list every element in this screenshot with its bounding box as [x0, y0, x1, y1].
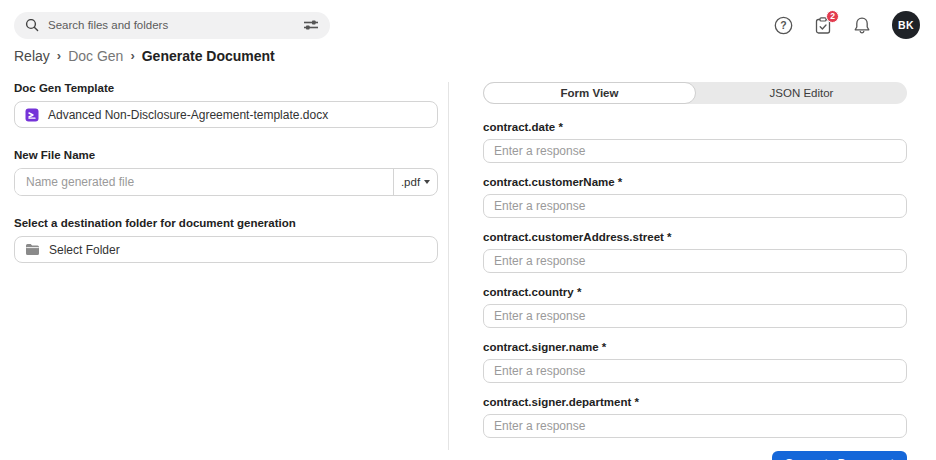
input-contract-signer-name[interactable] — [483, 359, 907, 383]
chevron-right-icon: › — [57, 48, 61, 63]
field-label-contract-date: contract.date * — [483, 121, 921, 133]
breadcrumb-doc-gen[interactable]: Doc Gen — [68, 48, 123, 64]
docx-file-icon — [25, 108, 39, 122]
generate-document-button[interactable]: Generate Document — [772, 451, 907, 460]
template-file-name: Advanced Non-Disclosure-Agreement-templa… — [48, 108, 328, 122]
input-contract-date[interactable] — [483, 139, 907, 163]
folder-label: Select a destination folder for document… — [14, 217, 438, 229]
search-filters-icon[interactable] — [303, 18, 319, 32]
field-label-contract-signer-department: contract.signer.department * — [483, 396, 921, 408]
form-field: contract.signer.department * — [483, 396, 921, 438]
help-icon: ? — [774, 16, 793, 35]
folder-select-text: Select Folder — [49, 243, 120, 257]
breadcrumb-generate-document: Generate Document — [142, 48, 275, 64]
chevron-right-icon: › — [130, 48, 134, 63]
right-panel: Form View JSON Editor contract.date * co… — [449, 80, 936, 460]
page: ? 2 BK Relay › Doc Gen › Generate Docume… — [0, 0, 936, 460]
left-panel: Doc Gen Template Advanced Non-Disclosure… — [0, 80, 448, 460]
input-contract-country[interactable] — [483, 304, 907, 328]
template-label: Doc Gen Template — [14, 82, 438, 94]
tasks-button[interactable]: 2 — [814, 16, 832, 35]
main-content: Doc Gen Template Advanced Non-Disclosure… — [0, 80, 936, 460]
view-toggle: Form View JSON Editor — [483, 82, 907, 104]
search-icon — [25, 18, 39, 32]
help-button[interactable]: ? — [774, 16, 793, 35]
field-label-contract-customername: contract.customerName * — [483, 176, 921, 188]
template-file-box[interactable]: Advanced Non-Disclosure-Agreement-templa… — [14, 101, 438, 128]
button-row: Generate Document — [483, 451, 907, 460]
field-label-contract-country: contract.country * — [483, 286, 921, 298]
extension-value: .pdf — [401, 176, 420, 188]
tab-json-editor[interactable]: JSON Editor — [696, 82, 907, 104]
notifications-button[interactable] — [853, 16, 871, 35]
filename-group: New File Name .pdf — [14, 149, 438, 196]
svg-text:?: ? — [780, 19, 786, 31]
search-bar[interactable] — [14, 12, 330, 39]
filename-label: New File Name — [14, 149, 438, 161]
breadcrumb: Relay › Doc Gen › Generate Document — [0, 40, 936, 64]
form-field: contract.date * — [483, 121, 921, 163]
tab-form-view[interactable]: Form View — [483, 82, 696, 104]
field-label-contract-signer-name: contract.signer.name * — [483, 341, 921, 353]
filename-input-wrap: .pdf — [14, 168, 438, 196]
search-input[interactable] — [48, 19, 294, 31]
extension-select[interactable]: .pdf — [393, 169, 437, 195]
input-contract-signer-department[interactable] — [483, 414, 907, 438]
form-field: contract.signer.name * — [483, 341, 921, 383]
input-contract-customername[interactable] — [483, 194, 907, 218]
topbar-actions: ? 2 BK — [774, 11, 920, 39]
tasks-badge: 2 — [826, 10, 839, 23]
topbar: ? 2 BK — [0, 0, 936, 40]
breadcrumb-relay[interactable]: Relay — [14, 48, 50, 64]
avatar[interactable]: BK — [892, 11, 920, 39]
template-group: Doc Gen Template Advanced Non-Disclosure… — [14, 82, 438, 128]
folder-select-box[interactable]: Select Folder — [14, 236, 438, 263]
form-field: contract.customerName * — [483, 176, 921, 218]
form-field: contract.country * — [483, 286, 921, 328]
caret-down-icon — [424, 180, 430, 184]
form-field: contract.customerAddress.street * — [483, 231, 921, 273]
input-contract-customeraddress-street[interactable] — [483, 249, 907, 273]
field-label-contract-customeraddress-street: contract.customerAddress.street * — [483, 231, 921, 243]
bell-icon — [853, 16, 871, 35]
filename-input[interactable] — [15, 169, 393, 195]
folder-group: Select a destination folder for document… — [14, 217, 438, 263]
folder-icon — [25, 243, 40, 256]
